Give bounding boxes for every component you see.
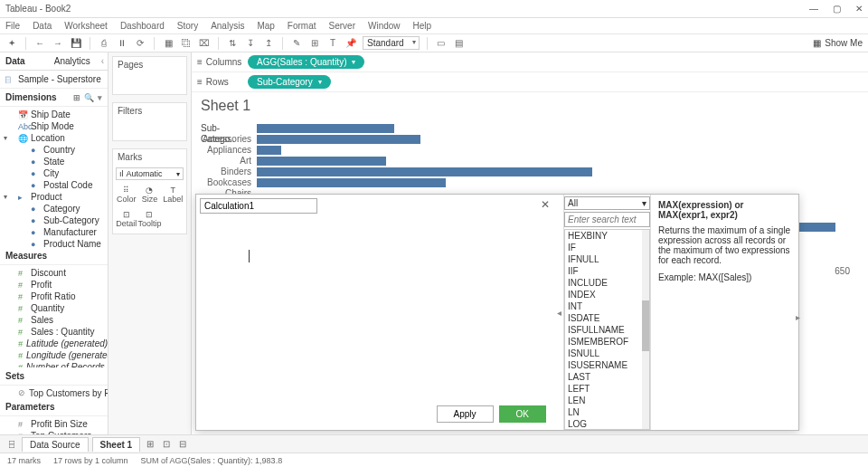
calc-editor[interactable]: [200, 217, 552, 402]
menu-file[interactable]: File: [5, 21, 20, 31]
clear-icon[interactable]: ⌧: [198, 37, 211, 50]
function-item[interactable]: LEFT: [565, 383, 649, 395]
function-item[interactable]: LN: [565, 406, 649, 418]
dimension-item[interactable]: ●State: [0, 156, 108, 167]
save-icon[interactable]: 💾: [70, 37, 82, 50]
marks-color[interactable]: ⠿Color: [116, 183, 137, 206]
function-item[interactable]: IF: [565, 242, 649, 253]
function-item[interactable]: ISUSERNAME: [565, 359, 649, 371]
function-list[interactable]: HEXBINYIFIFNULLIIFINCLUDEINDEXINTISDATEI…: [564, 229, 650, 430]
measure-item[interactable]: #Latitude (generated): [0, 338, 108, 349]
find-icon[interactable]: 🔍: [84, 93, 94, 102]
close-window-button[interactable]: ✕: [855, 4, 863, 14]
menu-window[interactable]: Window: [368, 21, 401, 31]
apply-button[interactable]: Apply: [437, 405, 494, 423]
measure-item[interactable]: #Profit: [0, 279, 108, 291]
sheet-title[interactable]: Sheet 1: [201, 98, 859, 114]
tab-datasource[interactable]: Data Source: [22, 437, 89, 452]
maximize-button[interactable]: ▢: [833, 4, 841, 14]
measure-item[interactable]: #Sales : Quantity: [0, 326, 108, 338]
menu-data[interactable]: Data: [33, 21, 52, 31]
dimension-item[interactable]: AbcShip Mode: [0, 120, 108, 132]
menu-icon[interactable]: ▾: [98, 93, 102, 102]
dimension-item[interactable]: ●Manufacturer: [0, 226, 108, 238]
datasource-tab-icon[interactable]: ⌸: [5, 439, 18, 449]
rows-pill[interactable]: Sub-Category▾: [248, 75, 331, 89]
tab-analytics[interactable]: Analytics: [49, 52, 98, 70]
function-item[interactable]: ISMEMBEROF: [565, 336, 649, 348]
collapse-left-icon[interactable]: ◂: [555, 308, 563, 318]
calc-name-input[interactable]: [200, 198, 317, 214]
measure-item[interactable]: #Discount: [0, 267, 108, 279]
columns-shelf[interactable]: ≡Columns AGG(Sales : Quantity)▾: [192, 52, 868, 72]
menu-server[interactable]: Server: [329, 21, 355, 31]
cards-icon[interactable]: ▤: [453, 37, 466, 50]
close-icon[interactable]: ✕: [541, 198, 550, 211]
presentation-icon[interactable]: ▭: [435, 37, 448, 50]
new-dashboard-icon[interactable]: ⊡: [160, 439, 173, 449]
datasource-item[interactable]: ⌸ Sample - Superstore: [0, 71, 108, 89]
function-search-input[interactable]: [564, 212, 650, 227]
collapse-right-icon[interactable]: ▸: [796, 312, 800, 322]
dimension-item[interactable]: 🌐Location: [0, 132, 108, 144]
show-me-button[interactable]: ▦ Show Me: [813, 38, 863, 48]
menu-format[interactable]: Format: [288, 21, 316, 31]
function-item[interactable]: ISNULL: [565, 348, 649, 359]
ok-button[interactable]: OK: [499, 405, 546, 423]
new-worksheet-icon[interactable]: ▦: [162, 37, 175, 50]
function-item[interactable]: INDEX: [565, 289, 649, 300]
group-icon[interactable]: ⊞: [308, 37, 321, 50]
columns-pill[interactable]: AGG(Sales : Quantity)▾: [248, 55, 364, 69]
highlight-icon[interactable]: ✎: [290, 37, 303, 50]
function-item[interactable]: HEXBINY: [565, 230, 649, 242]
dimension-item[interactable]: 📅Ship Date: [0, 109, 108, 120]
new-sheet-icon[interactable]: ⊞: [144, 439, 156, 449]
swap-icon[interactable]: ⇅: [226, 37, 239, 50]
measure-item[interactable]: #Profit Ratio: [0, 291, 108, 302]
function-item[interactable]: INT: [565, 300, 649, 312]
duplicate-icon[interactable]: ⿻: [180, 37, 193, 50]
measure-item[interactable]: #Quantity: [0, 302, 108, 314]
function-category-select[interactable]: All▾: [564, 196, 650, 210]
refresh-icon[interactable]: ⟳: [134, 37, 146, 50]
dimension-item[interactable]: ▸Product: [0, 191, 108, 203]
function-item[interactable]: INCLUDE: [565, 277, 649, 289]
view-data-icon[interactable]: ⊞: [73, 93, 80, 102]
filters-card[interactable]: Filters: [112, 102, 187, 141]
pin-icon[interactable]: 📌: [344, 37, 357, 50]
dimension-item[interactable]: ●City: [0, 167, 108, 179]
menu-story[interactable]: Story: [177, 21, 198, 31]
chart-bars[interactable]: [257, 123, 859, 188]
parameter-item[interactable]: #Profit Bin Size: [0, 418, 108, 430]
measure-item[interactable]: #Number of Records: [0, 361, 108, 367]
sort-desc-icon[interactable]: ↥: [262, 37, 275, 50]
scrollbar-thumb[interactable]: [642, 300, 649, 351]
function-item[interactable]: IIF: [565, 265, 649, 277]
dimension-item[interactable]: ●Country: [0, 144, 108, 156]
marks-type-select[interactable]: ılAutomatic: [116, 167, 184, 180]
set-item[interactable]: ⊘Top Customers by Profit: [0, 387, 108, 399]
dimension-item[interactable]: ●Postal Code: [0, 179, 108, 191]
function-item[interactable]: IFNULL: [565, 253, 649, 265]
function-item[interactable]: ISFULLNAME: [565, 324, 649, 336]
marks-label[interactable]: TLabel: [163, 183, 184, 206]
tab-sheet1[interactable]: Sheet 1: [92, 437, 141, 452]
function-item[interactable]: LAST: [565, 371, 649, 383]
function-item[interactable]: ISDATE: [565, 312, 649, 324]
redo-icon[interactable]: →: [52, 37, 64, 50]
dimension-item[interactable]: ●Product Name: [0, 238, 108, 247]
menu-worksheet[interactable]: Worksheet: [64, 21, 108, 31]
dimension-item[interactable]: ●Category: [0, 203, 108, 214]
menu-dashboard[interactable]: Dashboard: [120, 21, 165, 31]
sort-asc-icon[interactable]: ↧: [244, 37, 257, 50]
measure-item[interactable]: #Longitude (generated): [0, 349, 108, 361]
undo-icon[interactable]: ←: [33, 37, 46, 50]
minimize-button[interactable]: —: [809, 4, 818, 14]
pages-card[interactable]: Pages: [112, 56, 187, 95]
function-item[interactable]: LOG: [565, 418, 649, 430]
function-item[interactable]: LEN: [565, 395, 649, 406]
menu-analysis[interactable]: Analysis: [211, 21, 244, 31]
marks-tooltip[interactable]: ⊡Tooltip: [137, 207, 161, 231]
dimension-item[interactable]: ●Sub-Category: [0, 214, 108, 226]
pause-updates-icon[interactable]: ⏸: [116, 37, 128, 50]
